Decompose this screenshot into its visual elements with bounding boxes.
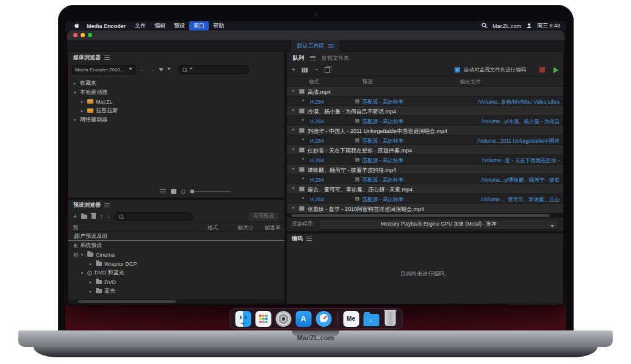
chevron-down-icon[interactable]: ▾ [300, 98, 306, 103]
job-preset-link[interactable]: 匹配源 - 高比特率 [362, 138, 403, 145]
job-preset-link[interactable]: 匹配源 - 高比特率 [362, 118, 403, 126]
queue-job-row[interactable]: ▾ 高清.mp4 [287, 87, 563, 96]
thumbnail-size-slider[interactable] [190, 191, 231, 192]
minimize-button[interactable] [81, 33, 85, 37]
import-preset-icon[interactable]: ↑ [100, 213, 103, 219]
zoom-out-icon[interactable] [181, 190, 186, 194]
preset-row-wraptor[interactable]: ▸ Wraptor DCP [68, 259, 284, 268]
column-preset-name[interactable]: 预设名称 ↑ [73, 223, 76, 232]
column-format[interactable]: 格式 [207, 223, 218, 232]
chevron-right-icon[interactable]: ▸ [72, 81, 78, 86]
job-output-link[interactable]: /Volume..、童可可、李佑晨、庄心 [481, 196, 560, 204]
chevron-down-icon[interactable]: ▾ [290, 147, 296, 152]
chevron-down-icon[interactable]: ▾ [300, 137, 306, 142]
queue-job-row[interactable]: ▾ 张惠妹 - 趁早 - 2010阿密特首次巡回演唱会.mp4 [287, 204, 563, 213]
preset-row-dvd[interactable]: ▸ DVD [68, 277, 284, 287]
menu-preset[interactable]: 预设 [170, 21, 189, 30]
queue-output-row[interactable]: ▾ H.264 匹配源 - 高比特率 /Volume...备份/MV/Mac V… [287, 96, 563, 106]
list-view-icon[interactable] [160, 189, 166, 194]
close-button[interactable] [73, 33, 78, 37]
app-store-icon[interactable] [295, 311, 311, 327]
duplicate-icon[interactable] [325, 67, 330, 73]
job-format-link[interactable]: H.264 [310, 99, 324, 105]
remove-button[interactable]: − [314, 66, 318, 73]
queue-job-row[interactable]: ▾ 唐古、童可可、李佑晨、庄心妍 - 天意.mp4 [287, 184, 563, 194]
preset-row-cinema[interactable]: ▾ Cinema [68, 250, 284, 259]
job-format-link[interactable]: H.264 [310, 196, 324, 202]
menu-file[interactable]: 文件 [131, 21, 150, 30]
chevron-down-icon[interactable]: ▾ [300, 196, 306, 201]
media-search-field[interactable] [178, 65, 249, 74]
menu-help[interactable]: 帮助 [209, 21, 228, 30]
chevron-right-icon[interactable]: ▸ [88, 262, 93, 266]
tree-item-drive-laplace[interactable]: ▸ 拉普拉斯 [68, 106, 284, 115]
finder-icon[interactable] [235, 311, 251, 327]
column-output-file[interactable]: 输出文件 [460, 77, 481, 87]
preset-row-user[interactable]: 用户预设及组 [68, 232, 284, 241]
apple-menu[interactable] [71, 21, 82, 30]
queue-job-row[interactable]: ▾ 刘德华 - 中国人 - 2011 Unforgettable中国巡迴演唱会.… [287, 126, 563, 135]
preset-row-bluray[interactable]: ▸ 蓝光 [68, 287, 284, 296]
zoom-button[interactable] [88, 33, 92, 37]
system-settings-icon[interactable] [275, 311, 291, 327]
chevron-right-icon[interactable]: ▸ [79, 99, 85, 104]
safari-icon[interactable] [316, 311, 331, 327]
chevron-down-icon[interactable]: ▾ [290, 88, 296, 93]
chevron-down-icon[interactable]: ▾ [72, 90, 78, 95]
panel-menu-icon[interactable] [306, 237, 312, 241]
tree-item-favorites[interactable]: ▸ 收藏夹 [68, 79, 284, 88]
preset-row-dvd-bluray[interactable]: ▾ DVD 和蓝光 [68, 268, 284, 277]
trash-icon[interactable] [384, 312, 395, 326]
spotlight-search-icon[interactable] [481, 23, 488, 30]
job-output-link[interactable]: /Volume...y/谭咏麟、顾芮宁 - 披着 [481, 177, 560, 184]
job-output-link[interactable]: /Volume...备份/MV/Mac Video Libra [478, 99, 560, 106]
chevron-down-icon[interactable]: ▾ [300, 176, 306, 181]
panel-menu-icon[interactable] [104, 55, 110, 60]
slider-knob[interactable] [190, 190, 194, 193]
preset-row-system[interactable]: ▾ 系统预设 [68, 241, 284, 250]
menu-window[interactable]: 窗口 [189, 21, 209, 30]
chevron-down-icon[interactable]: ▾ [290, 108, 296, 113]
job-format-link[interactable]: H.264 [310, 157, 324, 163]
column-format[interactable]: 格式 [309, 77, 319, 87]
job-output-link[interactable]: /Volume...音 - 天在下雨我在想你 - [482, 157, 560, 165]
horizontal-scrollbar[interactable] [287, 213, 563, 218]
add-preset-icon[interactable]: + [73, 213, 77, 219]
media-encoder-icon[interactable]: Me [343, 311, 359, 327]
workspace-menu-icon[interactable] [328, 44, 334, 48]
job-output-link[interactable]: /Volume...y/冷漠、杨小曼 - 为何自 [481, 118, 560, 126]
queue-output-row[interactable]: ▾ H.264 匹配源 - 高比特率 /Volume..、童可可、李佑晨、庄心 [287, 194, 563, 204]
forward-arrow-icon[interactable]: → [149, 66, 155, 73]
apply-preset-button[interactable]: 应用预设 [248, 212, 279, 221]
add-output-icon[interactable] [301, 68, 308, 73]
chevron-down-icon[interactable]: ▾ [72, 118, 78, 123]
media-search-input[interactable] [195, 66, 245, 73]
chevron-down-icon[interactable]: ▾ [79, 271, 85, 276]
panel-menu-icon[interactable] [310, 56, 316, 60]
chevron-down-icon[interactable]: ▾ [290, 205, 296, 210]
add-source-button[interactable]: + [292, 66, 295, 73]
window-titlebar[interactable] [67, 30, 564, 40]
tree-item-network-drives[interactable]: ▾ 网络驱动器 [68, 115, 284, 124]
back-arrow-icon[interactable]: ← [139, 66, 145, 73]
queue-job-row[interactable]: ▾ 冷漠、杨小曼 - 为何自己不听话.mp4 [287, 106, 563, 116]
tree-item-local-drives[interactable]: ▾ 本地驱动器 [68, 88, 284, 97]
scrollbar-thumb[interactable] [292, 214, 550, 217]
job-preset-link[interactable]: 匹配源 - 高比特率 [362, 196, 403, 204]
preset-search-input[interactable] [126, 213, 189, 220]
launchpad-icon[interactable] [255, 311, 271, 327]
queue-job-row[interactable]: ▾ 谭咏麟、顾芮宁 - 披着羊皮的狼.mp4 [287, 165, 563, 174]
chevron-down-icon[interactable]: ▾ [290, 127, 296, 132]
queue-output-row[interactable]: ▾ H.264 匹配源 - 高比特率 /Volume...y/谭咏麟、顾芮宁 -… [287, 174, 563, 184]
chevron-right-icon[interactable]: ▸ [79, 109, 85, 113]
new-group-icon[interactable] [81, 215, 87, 219]
queue-output-row[interactable]: ▾ H.264 匹配源 - 高比特率 /Volume...2011 Unforg… [287, 135, 563, 145]
user-icon[interactable] [526, 23, 532, 30]
chevron-down-icon[interactable]: ▾ [79, 252, 85, 257]
workspace-tab-default[interactable]: 默认工作区 [290, 40, 341, 52]
auto-encode-checkbox[interactable] [455, 67, 460, 73]
panel-menu-icon[interactable] [104, 203, 110, 207]
thumbnail-view-icon[interactable] [171, 189, 176, 194]
chevron-right-icon[interactable]: ▸ [88, 280, 93, 285]
column-frame-size[interactable]: 帧大小 [238, 223, 254, 232]
